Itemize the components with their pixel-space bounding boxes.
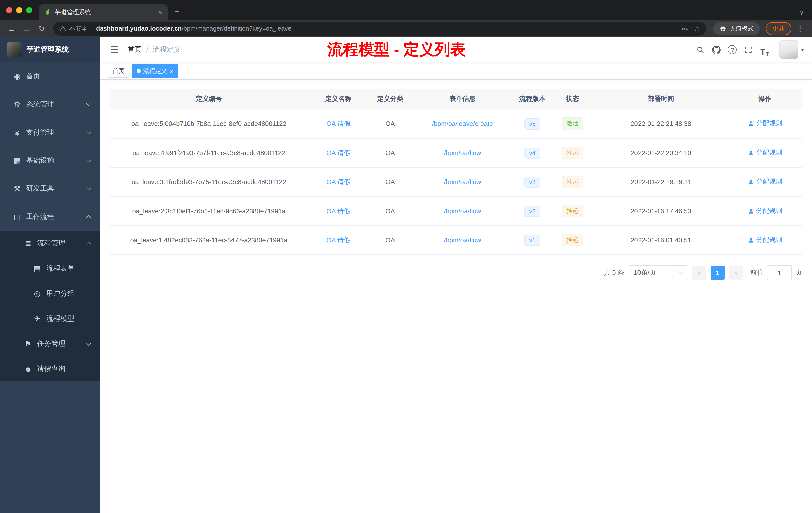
- sidebar-item-label: 流程模型: [46, 314, 74, 323]
- logo-avatar: [6, 42, 22, 57]
- cell-version: v2: [514, 197, 550, 225]
- font-size-glyph-small: T: [766, 51, 769, 57]
- tag-process-definition[interactable]: 流程定义 ×: [132, 64, 178, 78]
- sidebar-item-leave-query[interactable]: ☻ 请假查询: [0, 356, 100, 382]
- sidebar-item-devtools[interactable]: ⚒ 研发工具: [0, 175, 100, 203]
- sidebar-item-process-model[interactable]: ✈ 流程模型: [0, 306, 100, 331]
- page-number-button[interactable]: 1: [710, 266, 725, 280]
- sidebar-item-label: 支付管理: [26, 128, 54, 137]
- sidebar-item-label: 流程表单: [46, 264, 74, 273]
- tag-home[interactable]: 首页: [108, 64, 129, 78]
- cell-status: 挂起: [550, 225, 594, 255]
- active-dot: [137, 69, 141, 73]
- zoom-window-button[interactable]: [26, 7, 32, 13]
- cell-form-info: /bpm/oa/leave/create: [411, 109, 514, 138]
- browser-menu-icon[interactable]: ⋮: [793, 24, 807, 33]
- status-badge: 挂起: [562, 147, 583, 159]
- cell-deploy-time: 2022-01-22 21:48:38: [594, 109, 728, 138]
- sidebar-logo[interactable]: 芋道管理系统: [0, 37, 100, 62]
- cell-status: 挂起: [550, 197, 594, 225]
- definition-name-link[interactable]: OA 请假: [326, 178, 350, 185]
- caret-down-icon[interactable]: ▾: [801, 47, 804, 53]
- app-navbar: ☰ 首页 / 流程定义 流程模型 - 定义列表: [100, 37, 812, 62]
- new-tab-button[interactable]: +: [174, 6, 179, 17]
- definition-name-link[interactable]: OA 请假: [326, 236, 350, 244]
- sidebar-item-task-management[interactable]: ⚑ 任务管理: [0, 331, 100, 356]
- breadcrumb-home[interactable]: 首页: [127, 45, 142, 54]
- bookmark-star-icon[interactable]: ☆: [694, 25, 700, 33]
- update-button[interactable]: 更新: [766, 22, 791, 35]
- definition-table: 定义编号 定义名称 定义分类 表单信息 流程版本 状态 部署时间 操作: [111, 89, 802, 255]
- sidebar-item-process-form[interactable]: ▤ 流程表单: [0, 256, 100, 281]
- sidebar-item-user-group[interactable]: ◎ 用户分组: [0, 281, 100, 306]
- form-link[interactable]: /bpm/oa/leave/create: [432, 120, 493, 127]
- address-bar[interactable]: 不安全 dashboard.yudao.iocoder.cn /bpm/mana…: [53, 22, 706, 36]
- password-key-icon[interactable]: [681, 25, 689, 32]
- table-row: oa_leave:2:3c1f0ef1-76b1-11ec-9c66-a2380…: [111, 197, 802, 225]
- close-window-button[interactable]: [6, 7, 12, 13]
- assign-rule-link[interactable]: 分配规则: [748, 177, 782, 186]
- font-size-icon[interactable]: T T: [757, 43, 772, 57]
- version-badge: v5: [524, 118, 540, 129]
- col-deploy-time: 部署时间: [594, 89, 728, 109]
- form-link[interactable]: /bpm/oa/flow: [444, 178, 481, 186]
- cell-definition-name: OA 请假: [307, 109, 370, 138]
- cell-definition-name: OA 请假: [307, 197, 370, 225]
- tab-search-icon[interactable]: ∨: [800, 9, 804, 16]
- sidebar-item-payment[interactable]: ¥ 支付管理: [0, 118, 100, 147]
- minimize-window-button[interactable]: [16, 7, 22, 13]
- status-badge: 挂起: [562, 234, 583, 246]
- font-size-glyph-big: T: [760, 48, 765, 57]
- question-glyph: ?: [728, 45, 737, 54]
- page-size-select[interactable]: 10条/页: [629, 265, 688, 280]
- sidebar-item-process-management[interactable]: ≣ 流程管理: [0, 231, 100, 256]
- tag-close-icon[interactable]: ×: [170, 67, 174, 74]
- cell-actions: 分配规则: [728, 197, 802, 225]
- user-icon: [748, 179, 754, 185]
- assign-rule-link[interactable]: 分配规则: [748, 236, 782, 245]
- hamburger-icon[interactable]: ☰: [109, 44, 120, 55]
- task-flag-icon: ⚑: [22, 339, 34, 349]
- security-label[interactable]: 不安全: [69, 24, 88, 33]
- user-group-icon: ◎: [31, 289, 43, 298]
- avatar[interactable]: [780, 40, 799, 59]
- cell-definition-id: oa_leave:4:991f2193-7b7f-11ec-a3c8-acde4…: [111, 138, 307, 168]
- form-link[interactable]: /bpm/oa/flow: [444, 149, 481, 157]
- tab-close-icon[interactable]: ×: [157, 8, 163, 16]
- fullscreen-icon[interactable]: [742, 43, 755, 57]
- form-link[interactable]: /bpm/oa/flow: [444, 236, 481, 244]
- definition-name-link[interactable]: OA 请假: [326, 120, 350, 127]
- form-link[interactable]: /bpm/oa/flow: [444, 207, 481, 215]
- reload-button[interactable]: ↻: [35, 24, 48, 33]
- breadcrumb: 首页 / 流程定义: [127, 45, 181, 54]
- assign-rule-link[interactable]: 分配规则: [748, 207, 782, 216]
- assign-rule-link[interactable]: 分配规则: [748, 119, 782, 128]
- assign-rule-link[interactable]: 分配规则: [748, 148, 782, 157]
- user-menu[interactable]: ▾: [780, 40, 804, 59]
- infrastructure-icon: ▦: [11, 156, 23, 165]
- security-warning-icon: [59, 25, 66, 32]
- forward-button[interactable]: →: [20, 24, 33, 33]
- sidebar-item-home[interactable]: ◉ 首页: [0, 62, 100, 90]
- sidebar-item-system[interactable]: ⚙ 系统管理: [0, 90, 100, 118]
- github-icon[interactable]: [709, 43, 723, 57]
- search-icon[interactable]: [693, 43, 707, 57]
- prev-page-button[interactable]: ‹: [692, 266, 706, 280]
- form-icon: ▤: [31, 264, 43, 273]
- sidebar-item-workflow[interactable]: ◫ 工作流程: [0, 203, 100, 231]
- definition-name-link[interactable]: OA 请假: [326, 207, 350, 215]
- next-page-button[interactable]: ›: [729, 266, 743, 280]
- status-badge: 挂起: [562, 205, 583, 217]
- definition-name-link[interactable]: OA 请假: [326, 149, 350, 156]
- cell-category: OA: [370, 168, 411, 197]
- sidebar-item-label: 研发工具: [26, 184, 54, 193]
- page-goto-input[interactable]: [767, 265, 792, 280]
- sidebar-item-infrastructure[interactable]: ▦ 基础设施: [0, 147, 100, 175]
- back-button[interactable]: ←: [5, 24, 18, 33]
- browser-tab[interactable]: 芋道管理系统 ×: [39, 4, 168, 20]
- user-icon: [748, 120, 754, 127]
- incognito-icon: [719, 25, 727, 32]
- question-icon[interactable]: ?: [725, 43, 740, 57]
- sidebar-item-label: 系统管理: [26, 100, 54, 109]
- col-actions: 操作: [728, 89, 802, 109]
